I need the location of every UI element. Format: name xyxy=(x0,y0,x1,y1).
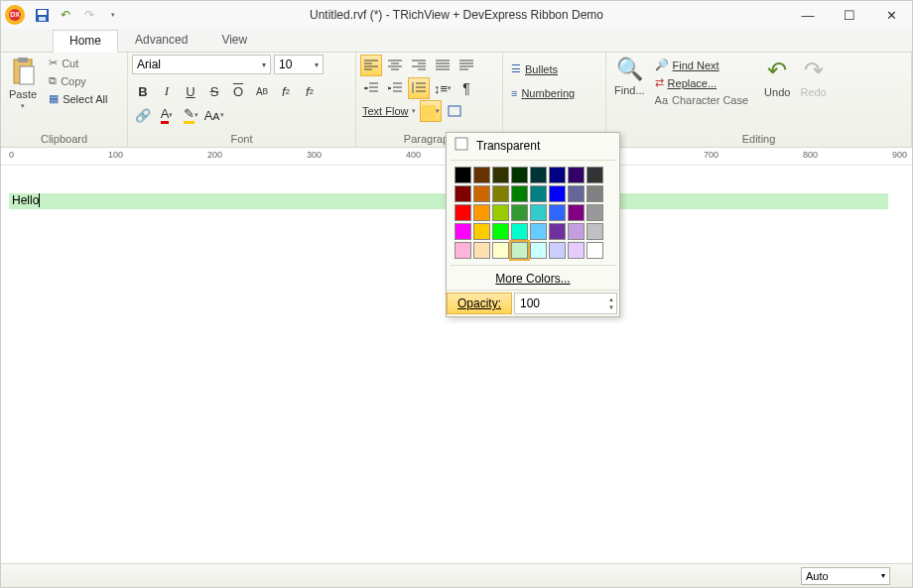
char-case-button[interactable]: AaCharacter Case xyxy=(651,92,753,108)
color-swatch[interactable] xyxy=(549,185,566,202)
align-justify-button[interactable] xyxy=(432,55,454,76)
color-swatch[interactable] xyxy=(473,223,490,240)
hyperlink-button[interactable]: 🔗 xyxy=(132,104,154,126)
change-case-button[interactable]: Aᴀ▾ xyxy=(203,104,225,126)
minimize-button[interactable]: — xyxy=(787,1,829,29)
copy-button[interactable]: ⧉Copy xyxy=(45,72,111,89)
color-swatch[interactable] xyxy=(511,242,528,259)
align-right-button[interactable] xyxy=(408,55,430,76)
app-menu[interactable]: DX xyxy=(1,1,29,29)
text-flow-button[interactable]: Text Flow ▾ xyxy=(360,105,418,117)
qat-customize[interactable]: ▾ xyxy=(104,6,122,24)
color-swatch[interactable] xyxy=(473,167,490,183)
color-swatch[interactable] xyxy=(492,167,509,183)
color-swatch[interactable] xyxy=(587,185,603,202)
font-color-button[interactable]: A▾ xyxy=(156,104,178,126)
color-swatch[interactable] xyxy=(587,204,603,221)
underline-button[interactable]: U xyxy=(180,80,201,102)
allcaps-button[interactable]: AB xyxy=(251,80,273,102)
line-spacing-button[interactable] xyxy=(408,77,430,99)
color-swatch[interactable] xyxy=(530,223,547,240)
maximize-button[interactable]: ☐ xyxy=(829,1,870,29)
spin-up-icon[interactable]: ▲ xyxy=(608,295,614,303)
color-swatch[interactable] xyxy=(549,223,566,240)
color-swatch[interactable] xyxy=(473,242,490,259)
spin-down-icon[interactable]: ▼ xyxy=(608,303,614,311)
paragraph-dialog-button[interactable]: ¶ xyxy=(456,77,477,99)
align-center-button[interactable] xyxy=(384,55,406,76)
shading-button[interactable]: ▾ xyxy=(420,100,442,122)
paste-icon xyxy=(9,57,37,86)
color-swatch[interactable] xyxy=(511,167,528,183)
find-next-button[interactable]: 🔎Find Next xyxy=(651,57,753,73)
color-swatch[interactable] xyxy=(455,223,471,240)
subscript-button[interactable]: f2 xyxy=(275,80,297,102)
color-swatch[interactable] xyxy=(549,242,566,259)
find-button[interactable]: 🔍 Find... xyxy=(610,55,649,98)
color-swatch[interactable] xyxy=(492,204,509,221)
indent-decrease-button[interactable] xyxy=(360,77,382,99)
replace-button[interactable]: ⇄Replace... xyxy=(651,74,753,91)
select-all-button[interactable]: ▦Select All xyxy=(45,90,111,107)
opacity-spinner[interactable]: 100 ▲▼ xyxy=(514,293,617,314)
undo-button[interactable]: ↶ Undo xyxy=(760,55,794,100)
tab-advanced[interactable]: Advanced xyxy=(118,29,204,52)
font-size-combo[interactable]: 10▾ xyxy=(274,55,324,74)
more-colors-button[interactable]: More Colors... xyxy=(447,268,619,290)
color-swatch[interactable] xyxy=(587,223,603,240)
color-swatch[interactable] xyxy=(455,204,471,221)
color-swatch[interactable] xyxy=(530,204,547,221)
color-swatch[interactable] xyxy=(530,242,547,259)
redo-button[interactable]: ↷ Redo xyxy=(796,55,830,100)
zoom-combo[interactable]: Auto ▾ xyxy=(801,567,890,585)
opacity-label[interactable]: Opacity: xyxy=(447,293,512,314)
close-button[interactable]: ✕ xyxy=(870,1,912,29)
indent-increase-button[interactable] xyxy=(384,77,406,99)
font-family-combo[interactable]: Arial▾ xyxy=(132,55,271,74)
highlight-button[interactable]: ✎▾ xyxy=(180,104,201,126)
distribute-button[interactable] xyxy=(456,55,477,76)
color-swatch[interactable] xyxy=(568,167,585,183)
color-swatch[interactable] xyxy=(568,185,585,202)
color-swatch[interactable] xyxy=(455,167,471,183)
color-swatch[interactable] xyxy=(455,242,471,259)
color-swatch[interactable] xyxy=(587,242,603,259)
color-swatch[interactable] xyxy=(455,185,471,202)
color-swatch[interactable] xyxy=(568,204,585,221)
numbering-button[interactable]: ≡Numbering xyxy=(507,85,579,101)
color-swatch[interactable] xyxy=(492,185,509,202)
bold-button[interactable]: B xyxy=(132,80,154,102)
save-icon[interactable] xyxy=(33,6,51,24)
redo-icon[interactable]: ↷ xyxy=(80,6,98,24)
color-swatch[interactable] xyxy=(549,204,566,221)
superscript-button[interactable]: f2 xyxy=(299,80,321,102)
color-swatch[interactable] xyxy=(549,167,566,183)
strike-button[interactable]: S xyxy=(203,80,225,102)
border-button[interactable] xyxy=(444,100,465,122)
bullets-button[interactable]: ☰Bullets xyxy=(507,60,562,77)
undo-icon[interactable]: ↶ xyxy=(57,6,74,24)
tab-home[interactable]: Home xyxy=(53,30,118,53)
align-left-button[interactable] xyxy=(360,55,382,76)
color-swatch[interactable] xyxy=(568,223,585,240)
color-swatch[interactable] xyxy=(568,242,585,259)
color-swatch[interactable] xyxy=(511,223,528,240)
color-swatch[interactable] xyxy=(492,242,509,259)
paste-button[interactable]: Paste ▾ xyxy=(5,55,41,112)
transparent-option[interactable]: Transparent xyxy=(447,133,619,158)
color-swatch[interactable] xyxy=(473,204,490,221)
chevron-down-icon: ▾ xyxy=(881,571,885,580)
overline-button[interactable]: O xyxy=(227,80,249,102)
color-swatch[interactable] xyxy=(511,204,528,221)
spacing-button[interactable]: ↕≡▾ xyxy=(432,77,454,99)
tab-view[interactable]: View xyxy=(204,29,264,52)
color-swatch[interactable] xyxy=(530,167,547,183)
color-swatch[interactable] xyxy=(530,185,547,202)
color-swatch[interactable] xyxy=(587,167,603,183)
cut-button[interactable]: ✂Cut xyxy=(45,55,111,71)
italic-button[interactable]: I xyxy=(156,80,178,102)
color-swatch[interactable] xyxy=(492,223,509,240)
color-swatch[interactable] xyxy=(473,185,490,202)
color-swatch[interactable] xyxy=(511,185,528,202)
text-cursor xyxy=(39,193,40,207)
